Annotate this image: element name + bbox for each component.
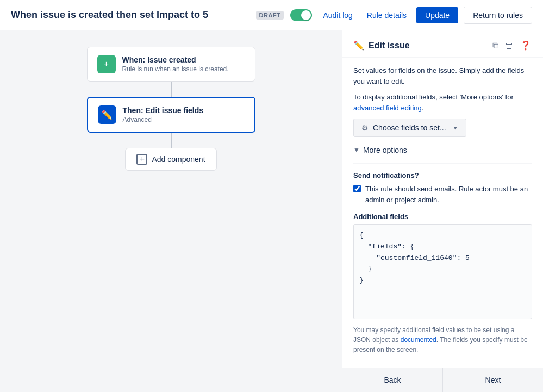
update-button[interactable]: Update [416,7,458,23]
additional-fields-label: Additional fields [353,213,532,221]
more-options-row[interactable]: ▼ More options [353,146,532,154]
advanced-field-editing-link[interactable]: advanced field editing [353,104,422,112]
additional-fields-textarea[interactable] [353,224,532,319]
top-bar: When issue is created then set Impact to… [0,0,543,30]
left-panel: + When: Issue created Rule is run when a… [0,30,342,392]
documented-link[interactable]: documented [401,336,436,344]
action-node-icon: ✏️ [98,105,116,124]
connector-line-1 [171,82,172,97]
gear-icon: ⚙ [361,123,369,132]
description-2-suffix: . [422,104,424,112]
send-notifications-checkbox[interactable] [353,185,361,192]
panel-edit-icon: ✏️ [353,40,364,51]
panel-footer: Back Next [342,368,543,392]
rule-toggle[interactable] [290,9,312,21]
action-node[interactable]: ✏️ Then: Edit issue fields Advanced [87,97,255,133]
trigger-node-title: When: Issue created [122,55,229,64]
panel-actions: ⧉ 🗑 ❓ [491,39,532,52]
trigger-node-icon: + [97,55,116,73]
description-1: Set values for fields on the issue. Simp… [353,65,532,86]
help-button[interactable]: ❓ [519,39,532,52]
page-title: When issue is created then set Impact to… [11,9,249,21]
more-options-label: More options [363,146,407,154]
audit-log-button[interactable]: Audit log [319,9,357,22]
connector-line-2 [171,133,172,148]
footer-note: You may specify additional field values … [353,325,532,354]
rule-details-button[interactable]: Rule details [363,9,411,22]
trigger-node[interactable]: + When: Issue created Rule is run when a… [87,47,255,82]
action-node-content: Then: Edit issue fields Advanced [123,106,204,123]
next-button[interactable]: Next [442,368,543,392]
action-node-title: Then: Edit issue fields [123,106,204,115]
send-notifications-label: Send notifications? [353,171,532,179]
top-bar-actions: Audit log Rule details Update Return to … [319,7,532,24]
panel-title: Edit issue [369,41,487,51]
delete-button[interactable]: 🗑 [504,39,515,52]
trigger-node-content: When: Issue created Rule is run when an … [122,55,229,73]
back-button[interactable]: Back [342,368,442,392]
duplicate-button[interactable]: ⧉ [491,39,500,52]
add-component-label: Add component [152,155,205,164]
send-notifications-row: This rule should send emails. Rule actor… [353,184,532,205]
panel-body: Set values for fields on the issue. Simp… [342,58,543,368]
more-options-chevron-icon: ▼ [353,146,360,154]
add-component-button[interactable]: + Add component [125,148,216,171]
panel-header: ✏️ Edit issue ⧉ 🗑 ❓ [342,30,543,58]
description-2-prefix: To display additional fields, select 'Mo… [353,93,514,101]
return-to-rules-button[interactable]: Return to rules [464,7,532,24]
main-content: + When: Issue created Rule is run when a… [0,30,543,392]
draft-badge: DRAFT [256,11,284,20]
add-icon: + [136,154,147,165]
action-node-subtitle: Advanced [123,116,204,123]
section-divider [353,163,532,164]
right-panel: ✏️ Edit issue ⧉ 🗑 ❓ Set values for field… [342,30,543,392]
description-2: To display additional fields, select 'Mo… [353,92,532,113]
send-notifications-checkbox-label: This rule should send emails. Rule actor… [365,184,532,205]
choose-fields-button[interactable]: ⚙ Choose fields to set... ▼ [353,119,466,137]
choose-fields-label: Choose fields to set... [373,123,446,132]
chevron-down-icon: ▼ [453,125,458,131]
trigger-node-subtitle: Rule is run when an issue is created. [122,65,229,73]
